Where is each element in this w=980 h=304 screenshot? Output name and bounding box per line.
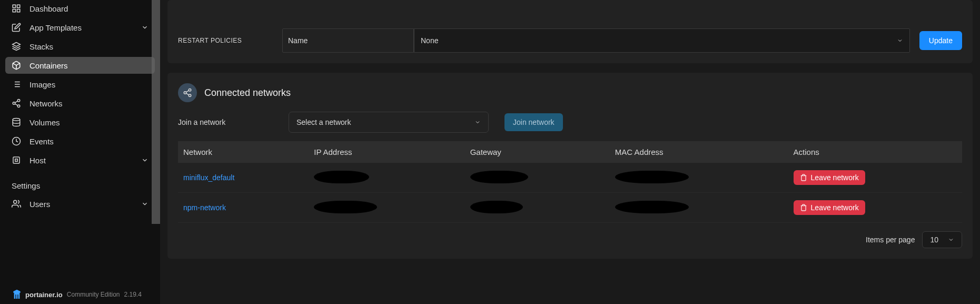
- svg-rect-3: [17, 9, 20, 12]
- sidebar-item-images[interactable]: Images: [5, 76, 155, 93]
- svg-rect-1: [17, 5, 20, 7]
- restart-policy-select[interactable]: None: [414, 28, 910, 53]
- col-ip: IP Address: [309, 141, 464, 163]
- networks-panel-icon: [178, 83, 197, 102]
- sidebar-item-dashboard[interactable]: Dashboard: [5, 0, 155, 17]
- network-select[interactable]: Select a network: [289, 112, 489, 133]
- svg-point-21: [14, 200, 17, 203]
- footer-edition: Community Edition: [67, 291, 120, 298]
- sidebar-item-networks[interactable]: Networks: [5, 95, 155, 112]
- sidebar-item-label: Stacks: [29, 42, 149, 51]
- sidebar-item-users[interactable]: Users: [5, 195, 155, 212]
- sidebar-item-label: App Templates: [29, 23, 133, 32]
- svg-point-23: [184, 92, 186, 94]
- sidebar-item-label: Dashboard: [29, 4, 149, 13]
- svg-rect-19: [13, 157, 19, 163]
- items-per-page-select[interactable]: 10: [922, 231, 962, 248]
- trash-icon: [800, 204, 807, 211]
- sidebar-item-events[interactable]: Events: [5, 133, 155, 150]
- table-row: npm-network Leave network: [178, 193, 962, 223]
- pagination: Items per page 10: [178, 231, 962, 248]
- leave-network-button[interactable]: Leave network: [794, 200, 865, 215]
- table-row: miniflux_default Leave network: [178, 163, 962, 193]
- sidebar-item-volumes[interactable]: Volumes: [5, 114, 155, 131]
- panel-header: Connected networks: [178, 83, 962, 102]
- chevron-down-icon: [141, 24, 149, 31]
- sidebar-item-label: Images: [29, 80, 149, 89]
- svg-line-16: [15, 101, 17, 103]
- network-link[interactable]: npm-network: [183, 203, 226, 212]
- restart-row: RESTART POLICIES Name None Update: [178, 28, 962, 53]
- network-link[interactable]: miniflux_default: [183, 173, 234, 182]
- layers-icon: [12, 42, 21, 51]
- col-actions: Actions: [788, 141, 962, 163]
- join-network-row: Join a network Select a network Join net…: [178, 112, 962, 133]
- page-size-value: 10: [930, 236, 938, 244]
- cpu-icon: [12, 155, 21, 165]
- svg-point-22: [189, 89, 191, 92]
- update-button[interactable]: Update: [919, 31, 962, 50]
- col-mac: MAC Address: [610, 141, 788, 163]
- box-icon: [12, 61, 21, 70]
- sidebar-item-containers[interactable]: Containers: [5, 57, 155, 74]
- chevron-down-icon: [141, 200, 149, 208]
- chevron-down-icon: [948, 237, 954, 243]
- footer-version: 2.19.4: [124, 291, 142, 298]
- svg-rect-0: [13, 5, 15, 7]
- svg-point-17: [13, 119, 20, 121]
- share-icon: [12, 99, 21, 108]
- svg-point-12: [17, 100, 20, 102]
- restart-policies-label: RESTART POLICIES: [178, 37, 273, 44]
- scrollbar[interactable]: [152, 0, 160, 224]
- svg-line-15: [15, 104, 17, 105]
- settings-section: Users: [0, 195, 160, 214]
- clock-icon: [12, 136, 21, 146]
- restart-select-value: None: [421, 36, 438, 45]
- col-network: Network: [178, 141, 309, 163]
- redacted-ip: [314, 171, 369, 183]
- trash-icon: [800, 174, 807, 181]
- redacted-gateway: [470, 201, 523, 213]
- sidebar: Dashboard App Templates Stacks Container…: [0, 0, 160, 304]
- svg-point-13: [13, 102, 15, 105]
- items-per-page-label: Items per page: [866, 236, 915, 244]
- grid-icon: [12, 4, 21, 13]
- chevron-down-icon: [474, 119, 481, 125]
- join-network-button[interactable]: Join network: [504, 113, 563, 131]
- footer-brand: portainer.io: [25, 291, 63, 299]
- leave-network-button[interactable]: Leave network: [794, 170, 865, 185]
- database-icon: [12, 117, 21, 127]
- footer: portainer.io Community Edition 2.19.4: [0, 283, 160, 304]
- svg-marker-4: [13, 43, 21, 47]
- leave-label: Leave network: [811, 173, 859, 182]
- connected-networks-card: Connected networks Join a network Select…: [167, 73, 973, 259]
- sidebar-item-app-templates[interactable]: App Templates: [5, 19, 155, 36]
- list-icon: [12, 80, 21, 89]
- restart-policies-card: RESTART POLICIES Name None Update: [167, 0, 973, 63]
- sidebar-item-label: Networks: [29, 99, 149, 108]
- users-icon: [12, 199, 21, 209]
- svg-line-25: [186, 93, 189, 95]
- panel-title: Connected networks: [204, 87, 291, 99]
- edit-icon: [12, 23, 21, 32]
- settings-header: Settings: [0, 171, 160, 195]
- redacted-mac: [615, 201, 689, 213]
- sidebar-item-label: Volumes: [29, 118, 149, 127]
- svg-point-24: [189, 94, 191, 97]
- chevron-down-icon: [141, 156, 149, 164]
- leave-label: Leave network: [811, 203, 859, 212]
- svg-rect-20: [15, 159, 18, 162]
- chevron-down-icon: [897, 37, 903, 44]
- col-gateway: Gateway: [465, 141, 610, 163]
- sidebar-item-host[interactable]: Host: [5, 152, 155, 169]
- sidebar-item-label: Events: [29, 137, 149, 146]
- sidebar-item-stacks[interactable]: Stacks: [5, 38, 155, 55]
- main-content: RESTART POLICIES Name None Update Connec…: [160, 0, 980, 304]
- networks-table: Network IP Address Gateway MAC Address A…: [178, 141, 962, 223]
- sidebar-item-label: Host: [29, 156, 133, 165]
- nav-section: Dashboard App Templates Stacks Container…: [0, 0, 160, 171]
- redacted-mac: [615, 171, 689, 183]
- network-select-placeholder: Select a network: [296, 118, 351, 126]
- redacted-gateway: [470, 171, 528, 183]
- join-label: Join a network: [178, 118, 273, 126]
